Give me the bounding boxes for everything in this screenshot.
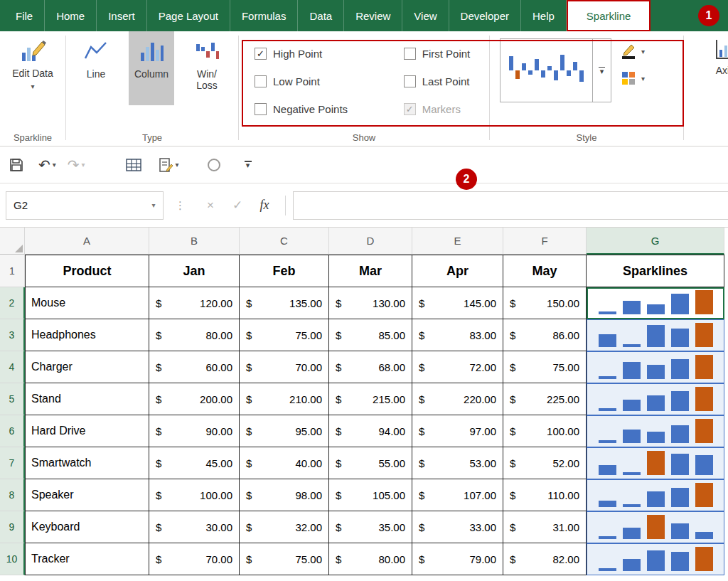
cell-G9-sparkline[interactable]: [587, 511, 724, 543]
checkbox-first-point[interactable]: First Point: [404, 48, 489, 60]
tab-insert[interactable]: Insert: [97, 0, 147, 31]
column-header-C[interactable]: C: [240, 228, 329, 255]
edit-document-button[interactable]: ▾: [158, 157, 179, 173]
cell-F7[interactable]: $52.00: [503, 447, 587, 479]
cell-D8[interactable]: $105.00: [329, 479, 412, 511]
column-header-D[interactable]: D: [329, 228, 412, 255]
row-header-9[interactable]: 9: [0, 511, 25, 543]
row-header-6[interactable]: 6: [0, 415, 25, 447]
insert-function-button[interactable]: fx: [251, 198, 278, 213]
row-header-4[interactable]: 4: [0, 351, 25, 383]
select-all-corner[interactable]: [0, 228, 25, 255]
cell-C7[interactable]: $40.00: [240, 447, 329, 479]
cell-E1[interactable]: Apr: [412, 255, 503, 287]
cell-D9[interactable]: $35.00: [329, 511, 412, 543]
checkbox-negative-points[interactable]: Negative Points: [255, 103, 367, 115]
checkbox-high-point[interactable]: ✓High Point: [255, 48, 367, 60]
cell-A2[interactable]: Mouse: [25, 287, 149, 319]
cell-E10[interactable]: $79.00: [412, 543, 503, 575]
cell-G6-sparkline[interactable]: [587, 415, 724, 447]
cell-E9[interactable]: $33.00: [412, 511, 503, 543]
column-header-F[interactable]: F: [503, 228, 587, 255]
name-box-dropdown-icon[interactable]: ▾: [144, 201, 163, 209]
sparkline-style-gallery[interactable]: ▾: [500, 38, 611, 102]
formula-input[interactable]: [293, 191, 728, 220]
tab-view[interactable]: View: [402, 0, 449, 31]
winloss-sparkline-button[interactable]: Win/Loss: [184, 31, 230, 105]
tab-page-layout[interactable]: Page Layout: [147, 0, 230, 31]
cell-C2[interactable]: $135.00: [240, 287, 329, 319]
cell-A6[interactable]: Hard Drive: [25, 415, 149, 447]
cell-D7[interactable]: $55.00: [329, 447, 412, 479]
gridlines-button[interactable]: [125, 157, 142, 173]
tab-formulas[interactable]: Formulas: [230, 0, 299, 31]
cell-F9[interactable]: $31.00: [503, 511, 587, 543]
cell-D4[interactable]: $68.00: [329, 351, 412, 383]
column-sparkline-button[interactable]: Column: [129, 31, 174, 105]
cell-G10-sparkline[interactable]: [587, 543, 724, 575]
edit-data-button[interactable]: Edit Data ▾: [7, 37, 58, 92]
cell-B9[interactable]: $30.00: [149, 511, 240, 543]
cell-C5[interactable]: $210.00: [240, 383, 329, 415]
cell-E3[interactable]: $83.00: [412, 319, 503, 351]
row-header-2[interactable]: 2: [0, 287, 25, 319]
cell-B2[interactable]: $120.00: [149, 287, 240, 319]
cell-B6[interactable]: $90.00: [149, 415, 240, 447]
cell-G1[interactable]: Sparklines: [587, 255, 724, 287]
tab-help[interactable]: Help: [521, 0, 567, 31]
cell-B8[interactable]: $100.00: [149, 479, 240, 511]
column-header-A[interactable]: A: [25, 228, 149, 255]
tab-file[interactable]: File: [4, 0, 45, 31]
cell-E7[interactable]: $53.00: [412, 447, 503, 479]
checkbox-last-point[interactable]: Last Point: [404, 75, 489, 87]
column-header-E[interactable]: E: [412, 228, 503, 255]
cell-B1[interactable]: Jan: [149, 255, 240, 287]
axis-button[interactable]: Axis: [700, 37, 728, 77]
cell-G5-sparkline[interactable]: [587, 383, 724, 415]
cell-A7[interactable]: Smartwatch: [25, 447, 149, 479]
cell-C3[interactable]: $75.00: [240, 319, 329, 351]
save-button[interactable]: [9, 157, 24, 173]
row-header-8[interactable]: 8: [0, 479, 25, 511]
cell-A10[interactable]: Tracker: [25, 543, 149, 575]
cell-E8[interactable]: $107.00: [412, 479, 503, 511]
cell-D6[interactable]: $94.00: [329, 415, 412, 447]
marker-color-button[interactable]: ▾: [620, 70, 645, 87]
cell-F6[interactable]: $100.00: [503, 415, 587, 447]
cell-B3[interactable]: $80.00: [149, 319, 240, 351]
style-gallery-more-button[interactable]: ▾: [593, 39, 611, 102]
cell-F4[interactable]: $75.00: [503, 351, 587, 383]
style-gallery-preview[interactable]: [500, 39, 593, 102]
cell-A9[interactable]: Keyboard: [25, 511, 149, 543]
undo-button[interactable]: ↶ ▾: [38, 158, 56, 172]
record-macro-button[interactable]: [208, 159, 220, 171]
cell-F3[interactable]: $86.00: [503, 319, 587, 351]
cell-G3-sparkline[interactable]: [587, 319, 724, 351]
cell-C8[interactable]: $98.00: [240, 479, 329, 511]
row-header-3[interactable]: 3: [0, 319, 25, 351]
row-header-1[interactable]: 1: [0, 255, 25, 287]
name-box[interactable]: G2 ▾: [6, 191, 164, 220]
row-header-7[interactable]: 7: [0, 447, 25, 479]
cell-D3[interactable]: $85.00: [329, 319, 412, 351]
cell-A8[interactable]: Speaker: [25, 479, 149, 511]
column-header-B[interactable]: B: [149, 228, 240, 255]
customize-toolbar-button[interactable]: ▾: [245, 161, 252, 169]
row-header-5[interactable]: 5: [0, 383, 25, 415]
cell-B4[interactable]: $60.00: [149, 351, 240, 383]
cell-A4[interactable]: Charger: [25, 351, 149, 383]
cell-E6[interactable]: $97.00: [412, 415, 503, 447]
column-header-G[interactable]: G: [587, 228, 724, 255]
formula-bar-splitter[interactable]: ⋮: [175, 199, 186, 212]
line-sparkline-button[interactable]: Line: [73, 31, 119, 105]
cell-C10[interactable]: $75.00: [240, 543, 329, 575]
tab-review[interactable]: Review: [344, 0, 402, 31]
cell-B5[interactable]: $200.00: [149, 383, 240, 415]
cell-G4-sparkline[interactable]: [587, 351, 724, 383]
cell-G8-sparkline[interactable]: [587, 479, 724, 511]
cell-D5[interactable]: $215.00: [329, 383, 412, 415]
tab-home[interactable]: Home: [45, 0, 97, 31]
cell-E2[interactable]: $145.00: [412, 287, 503, 319]
cell-E4[interactable]: $72.00: [412, 351, 503, 383]
cell-D2[interactable]: $130.00: [329, 287, 412, 319]
